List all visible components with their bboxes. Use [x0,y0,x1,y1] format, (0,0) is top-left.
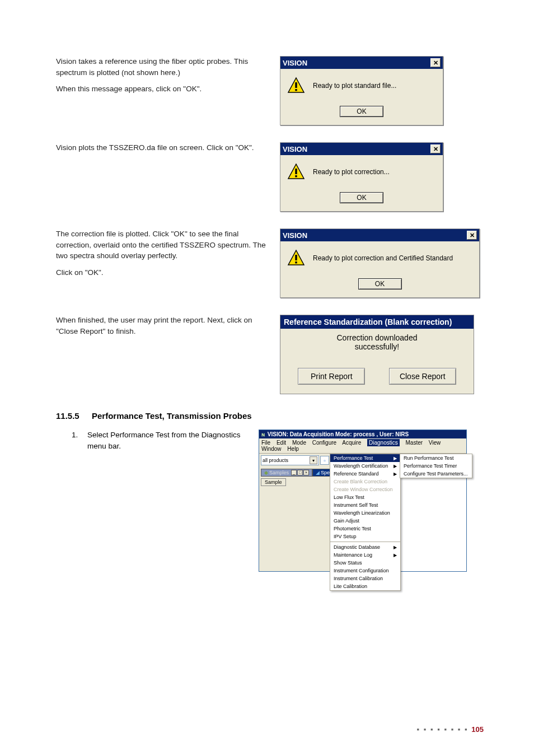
menu-item[interactable]: Instrument Calibration [330,575,400,582]
menu-item[interactable]: IPV Setup [330,533,400,540]
svg-rect-1 [295,82,297,88]
submenu-item[interactable]: Run Performance Test [400,454,472,462]
menu-configure[interactable]: Configure [312,440,336,446]
menu-mode[interactable]: Mode [292,440,306,446]
menu-item[interactable]: Gain Adjust [330,517,400,525]
menu-file[interactable]: File [261,440,270,446]
menu-acquire[interactable]: Acquire [342,440,361,446]
dialog-message: Correction downloaded [286,333,468,342]
step-block: 1. Select Performance Test from the Diag… [56,430,246,451]
menu-item[interactable]: Low Flux Test [330,493,400,501]
step-number: 1. [56,430,87,451]
submenu-item[interactable]: Configure Test Parameters... [400,470,472,478]
menu-window[interactable]: Window [261,446,282,452]
dialog-message: successfully! [286,342,468,351]
ok-button[interactable]: OK [358,278,402,290]
paragraph-block: Vision takes a reference using the fiber… [56,56,274,100]
chevron-right-icon: ▶ [394,545,397,550]
close-icon[interactable]: × [303,470,309,475]
section-number: 11.5.5 [56,411,92,421]
dialog-title: VISION [283,59,307,67]
page-number: 105 [471,725,484,734]
menu-item-label: Low Flux Test [334,494,364,500]
menubar[interactable]: File Edit Mode Configure Acquire Diagnos… [259,438,466,454]
footer-dots: ▪ ▪ ▪ ▪ ▪ ▪ ▪ ▪ [417,725,472,734]
menu-item-label: Performance Test [334,455,373,461]
paragraph-block: When finished, the user may print the re… [56,315,274,342]
menu-item: Create Blank Correction [330,478,400,486]
step-text: Select Performance Test from the Diagnos… [87,430,246,451]
menu-help[interactable]: Help [287,446,299,452]
dialog-vision: VISION ✕ Ready to plot correction... OK [280,142,443,212]
combo-value: all products [263,458,288,463]
menu-item-label: Create Window Correction [334,487,393,492]
svg-rect-5 [295,175,297,177]
performance-test-submenu[interactable]: Run Performance TestPerformance Test Tim… [400,454,472,478]
tab-samples[interactable]: ◆ Samples _□× [261,469,312,477]
chevron-right-icon: ▶ [394,456,397,461]
warning-icon [287,77,305,95]
ok-button[interactable]: OK [340,106,383,117]
menu-item[interactable]: Diagnostic Database▶ [330,543,400,551]
svg-rect-8 [295,262,297,263]
section-title: Performance Test, Transmission Probes [92,411,252,421]
svg-rect-4 [295,169,297,174]
menu-view[interactable]: View [429,440,441,446]
close-icon[interactable]: ✕ [467,231,477,240]
menu-item[interactable]: Instrument Configuration [330,567,400,575]
body-text: Vision plots the TSSZERO.da file on scre… [56,142,274,153]
maximize-icon[interactable]: □ [297,470,303,475]
svg-rect-7 [295,255,297,260]
new-icon[interactable]: ▫ [320,456,329,465]
menu-item[interactable]: Wavelength Linearization [330,509,400,517]
menu-edit[interactable]: Edit [277,440,286,446]
tab-icon: ◆ [264,470,268,475]
menu-item-label: Wavelength Certification [334,463,388,469]
menu-item-label: Wavelength Linearization [334,510,390,516]
menu-item[interactable]: Photometric Test [330,525,400,533]
app-logo-icon: ɴ [261,431,265,437]
body-text: The correction file is plotted. Click "O… [56,228,274,262]
menu-item-label: Lite Calibration [334,584,367,589]
app-window: ɴ VISION: Data Acquisition Mode: process… [259,430,467,572]
product-combo[interactable]: all products ▾ [261,455,319,465]
chevron-right-icon: ▶ [394,553,397,558]
menu-item[interactable]: Lite Calibration [330,582,400,590]
menu-item-label: Instrument Calibration [334,576,383,581]
close-icon[interactable]: ✕ [430,58,441,67]
body-text: When finished, the user may print the re… [56,315,274,337]
dialog-message: Ready to plot standard file... [313,82,396,90]
chevron-right-icon: ▶ [394,464,397,469]
sample-button[interactable]: Sample [261,478,286,486]
dialog-title: Reference Standardization (Blank correct… [280,315,474,329]
diagnostics-dropdown[interactable]: Performance Test▶Wavelength Certificatio… [330,454,401,591]
minimize-icon[interactable]: _ [291,470,297,475]
warning-icon [287,249,305,267]
dialog-vision: VISION ✕ Ready to plot correction and Ce… [280,228,480,298]
menu-item-label: Instrument Configuration [334,568,389,573]
dialog-vision: VISION ✕ Ready to plot standard file... … [280,56,443,125]
paragraph-block: Vision plots the TSSZERO.da file on scre… [56,142,274,159]
menu-item[interactable]: Instrument Self Test [330,501,400,509]
menu-item-label: Instrument Self Test [334,502,378,508]
section-heading: 11.5.5 Performance Test, Transmission Pr… [56,411,484,421]
menu-item[interactable]: Performance Test▶ [330,454,400,462]
menu-item[interactable]: Reference Standard▶ [330,470,400,478]
menu-item[interactable]: Wavelength Certification▶ [330,462,400,470]
menu-item[interactable]: Maintenance Log▶ [330,551,400,559]
menu-master[interactable]: Master [405,440,423,446]
chevron-down-icon[interactable]: ▾ [310,456,317,464]
close-icon[interactable]: ✕ [430,144,441,153]
ok-button[interactable]: OK [340,192,383,203]
chevron-right-icon: ▶ [394,472,397,477]
menu-item-label: Create Blank Correction [334,479,387,484]
dialog-title: VISION [283,231,307,240]
print-report-button[interactable]: Print Report [298,368,365,385]
menu-item[interactable]: Show Status [330,559,400,567]
menu-item-label: Gain Adjust [334,518,359,524]
close-report-button[interactable]: Close Report [389,368,456,385]
menu-item-label: IPV Setup [334,534,357,539]
submenu-item[interactable]: Performance Test Timer [400,462,472,470]
menu-item-label: Photometric Test [334,526,371,531]
menu-diagnostics[interactable]: Diagnostics [367,439,400,446]
